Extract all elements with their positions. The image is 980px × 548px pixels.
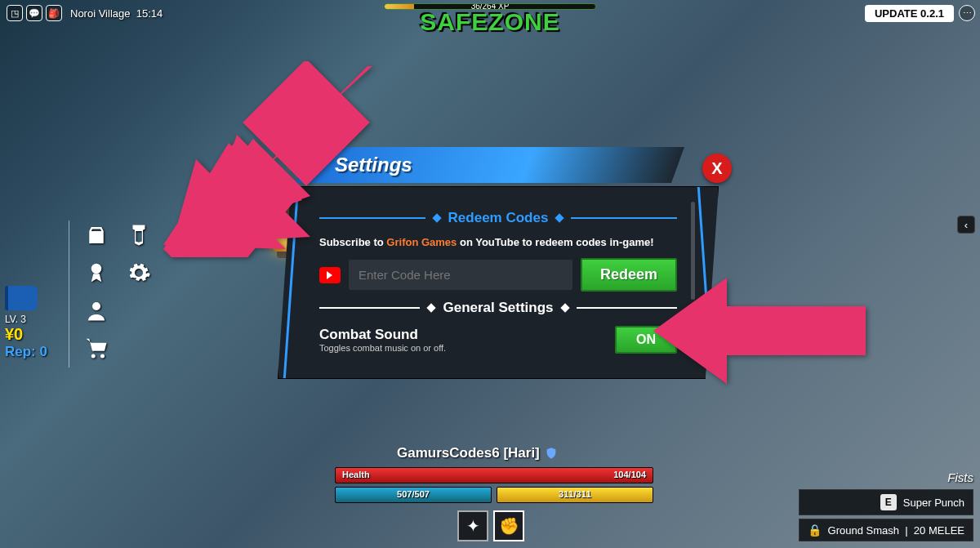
svg-point-1: [92, 302, 100, 310]
hotbar: ✦ ✊: [457, 510, 524, 541]
svg-marker-13: [653, 278, 866, 384]
chat-icon[interactable]: 💬: [26, 5, 42, 21]
achievements-icon[interactable]: [82, 258, 111, 287]
backpack-top-icon[interactable]: 🎒: [46, 5, 62, 21]
health-bar: Health 104/104: [335, 467, 653, 483]
settings-icon[interactable]: [124, 258, 154, 287]
svg-point-3: [100, 354, 105, 359]
roblox-more-icon[interactable]: ⋯: [959, 5, 975, 21]
xp-text: 36/264 XP: [385, 3, 595, 10]
shop-icon[interactable]: [82, 333, 111, 363]
rep-label: Rep: 0: [5, 344, 47, 360]
svg-point-0: [91, 264, 102, 274]
hotbar-slot-1[interactable]: ✦: [457, 510, 488, 541]
lock-icon: 🔒: [808, 523, 822, 537]
youtube-icon: [319, 267, 341, 283]
key-e: E: [880, 494, 897, 510]
weapon-label: Fists: [799, 470, 973, 484]
annotation-arrow-right: [653, 270, 866, 395]
update-badge: UPDATE 0.2.1: [865, 5, 954, 22]
profile-icon[interactable]: [82, 296, 111, 325]
mana-bar: 507/507: [335, 487, 492, 503]
chevron-left-icon[interactable]: ‹: [957, 216, 975, 234]
inventory-icon[interactable]: [82, 221, 111, 250]
code-input[interactable]: [349, 260, 572, 290]
xp-bar: 36/264 XP: [384, 3, 596, 10]
ability-ground-smash[interactable]: 🔒 Ground Smash | 20 MELEE: [799, 519, 973, 541]
annotation-arrow-left: [147, 61, 376, 261]
svg-point-2: [91, 354, 96, 359]
combat-sound-desc: Toggles combat music on or off.: [319, 343, 446, 353]
divider: [69, 221, 69, 368]
player-name: GamursCodes6 [Hari]: [397, 445, 558, 461]
close-button[interactable]: X: [702, 154, 732, 183]
book-icon[interactable]: [5, 286, 38, 310]
roblox-menu-icon[interactable]: ◳: [7, 5, 23, 21]
combat-sound-label: Combat Sound: [319, 327, 446, 343]
player-stats: LV. 3 ¥0 Rep: 0: [5, 286, 47, 360]
hotbar-slot-2[interactable]: ✊: [493, 510, 524, 541]
level-label: LV. 3: [5, 314, 47, 325]
stamina-bar: 311/311: [497, 487, 653, 503]
shield-icon: [545, 446, 558, 461]
safezone-label: SAFEZONE: [384, 8, 596, 36]
ability-super-punch[interactable]: E Super Punch: [799, 489, 973, 515]
yen-label: ¥0: [5, 325, 47, 344]
general-settings-header: General Settings: [319, 300, 677, 316]
location-label: Noroi Village 15:14: [70, 7, 163, 20]
